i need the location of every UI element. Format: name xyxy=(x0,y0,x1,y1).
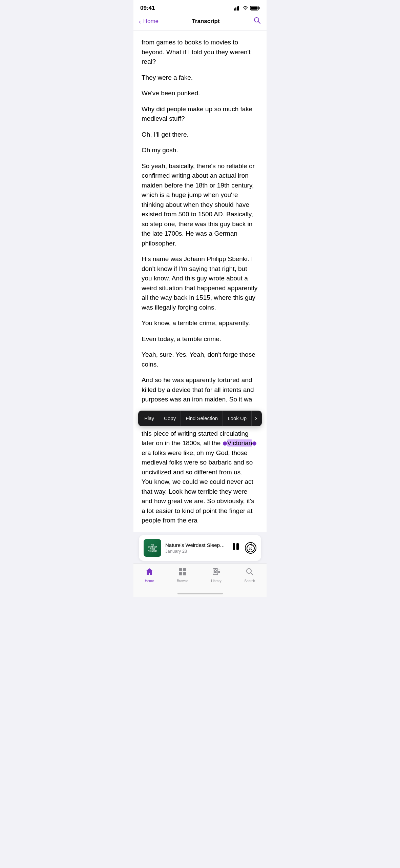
svg-rect-9 xyxy=(233,543,235,550)
svg-rect-12 xyxy=(179,568,182,571)
svg-point-17 xyxy=(214,570,216,572)
home-indicator xyxy=(133,590,267,597)
selection-container: And so he was apparently tortured and ki… xyxy=(142,375,258,477)
toolbar-find-selection[interactable]: Find Selection xyxy=(181,411,223,426)
search-icon[interactable] xyxy=(253,16,261,26)
svg-rect-14 xyxy=(179,572,182,575)
selection-cursor-left xyxy=(223,441,227,446)
svg-rect-3 xyxy=(238,6,239,11)
svg-rect-1 xyxy=(235,7,236,11)
svg-rect-13 xyxy=(183,568,186,571)
chevron-left-icon: ‹ xyxy=(139,18,141,25)
player-card[interactable]: THEWEIRDESTTHINGTHIS WEEK Nature's Weird… xyxy=(139,535,261,561)
paragraph-5: Oh, I'll get there. xyxy=(142,130,258,140)
paragraph-3: We've been punked. xyxy=(142,88,258,98)
nav-bar: ‹ Home Transcript xyxy=(133,14,267,31)
selection-toolbar-wrapper: Play Copy Find Selection Look Up › xyxy=(142,411,258,426)
svg-rect-6 xyxy=(251,7,258,10)
tab-library[interactable]: Library xyxy=(206,567,227,584)
back-label[interactable]: Home xyxy=(143,18,159,25)
pause-button[interactable] xyxy=(231,542,240,553)
svg-rect-10 xyxy=(236,543,239,550)
svg-line-8 xyxy=(258,22,260,24)
tab-browse[interactable]: Browse xyxy=(171,567,193,584)
player-bar: THEWEIRDESTTHINGTHIS WEEK Nature's Weird… xyxy=(133,532,267,564)
paragraph-2: They were a fake. xyxy=(142,73,258,83)
tab-search[interactable]: Search xyxy=(239,567,260,584)
svg-rect-2 xyxy=(237,6,238,11)
player-controls: 30 xyxy=(231,542,256,554)
paragraph-9: You know, a terrible crime, apparently. xyxy=(142,318,258,328)
tab-library-label: Library xyxy=(211,579,222,583)
home-icon xyxy=(145,567,154,578)
tab-bar: Home Browse xyxy=(133,564,267,590)
status-bar: 09:41 xyxy=(133,0,267,14)
signal-icon xyxy=(234,6,240,11)
paragraph-13: this piece of writing started circulatin… xyxy=(142,429,258,477)
toolbar-look-up[interactable]: Look Up xyxy=(223,411,252,426)
library-icon xyxy=(212,567,221,578)
tab-home[interactable]: Home xyxy=(140,567,160,584)
selection-toolbar: Play Copy Find Selection Look Up › xyxy=(138,411,262,426)
tab-browse-label: Browse xyxy=(177,579,188,583)
paragraph-6: Oh my gosh. xyxy=(142,145,258,155)
status-time: 09:41 xyxy=(140,5,155,12)
app-wrapper: 09:41 ‹ Ho xyxy=(133,0,267,597)
player-info: Nature's Weirdest Sleepers, Iron Maid Ja… xyxy=(165,542,227,554)
battery-icon xyxy=(250,6,260,11)
paragraph-11: Yeah, sure. Yes. Yeah, don't forge those… xyxy=(142,350,258,369)
skip-forward-button[interactable]: 30 xyxy=(245,542,256,554)
paragraph-7: So yeah, basically, there's no reliable … xyxy=(142,161,258,249)
home-bar xyxy=(177,593,223,594)
toolbar-more-icon[interactable]: › xyxy=(252,415,260,422)
wifi-icon xyxy=(242,6,248,11)
paragraph-14: You know, we could we could never act th… xyxy=(142,477,258,526)
browse-icon xyxy=(178,567,187,578)
transcript-content: from games to books to movies to beyond.… xyxy=(133,31,267,532)
svg-line-22 xyxy=(251,573,253,575)
player-title: Nature's Weirdest Sleepers, Iron Maid xyxy=(165,542,227,548)
selection-cursor-right xyxy=(252,441,256,446)
nav-title: Transcript xyxy=(192,18,219,25)
svg-rect-5 xyxy=(259,7,260,9)
podcast-artwork: THEWEIRDESTTHINGTHIS WEEK xyxy=(144,539,161,557)
toolbar-copy[interactable]: Copy xyxy=(159,411,181,426)
paragraph-4: Why did people make up so much fake medi… xyxy=(142,104,258,124)
status-icons xyxy=(234,6,260,11)
tab-home-label: Home xyxy=(145,579,154,583)
svg-rect-15 xyxy=(183,572,186,575)
paragraph-1: from games to books to movies to beyond.… xyxy=(142,38,258,67)
paragraph-12: And so he was apparently tortured and ki… xyxy=(142,375,258,405)
svg-text:30: 30 xyxy=(249,547,252,550)
paragraph-8: His name was Johann Philipp Sbenki. I do… xyxy=(142,254,258,312)
paragraph-10: Even today, a terrible crime. xyxy=(142,334,258,344)
search-tab-icon xyxy=(245,567,254,578)
player-date: January 28 xyxy=(165,549,227,554)
tab-search-label: Search xyxy=(244,579,255,583)
highlighted-text: Victorian xyxy=(227,439,252,447)
svg-rect-0 xyxy=(234,8,235,11)
artwork-title: THEWEIRDESTTHINGTHIS WEEK xyxy=(148,544,157,552)
back-button[interactable]: ‹ Home xyxy=(139,18,159,25)
artwork-inner: THEWEIRDESTTHINGTHIS WEEK xyxy=(144,539,161,557)
toolbar-play[interactable]: Play xyxy=(140,411,159,426)
